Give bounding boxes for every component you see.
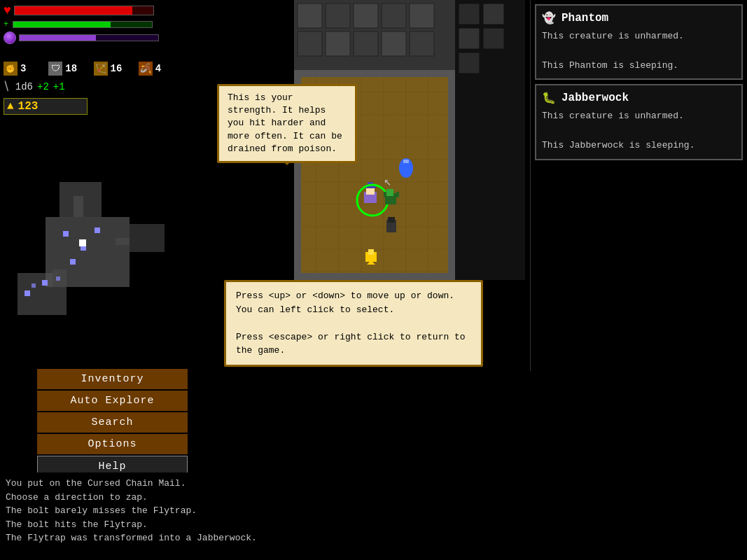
svg-rect-52 bbox=[294, 273, 455, 280]
svg-rect-23 bbox=[410, 4, 434, 28]
heart-icon: ♥ bbox=[4, 4, 11, 18]
svg-rect-10 bbox=[95, 227, 100, 233]
log-area: You put on the Cursed Chain Mail. Choose… bbox=[0, 472, 532, 550]
gold-icon: ▲ bbox=[7, 100, 14, 113]
weapon-damage: 1d6 bbox=[15, 81, 33, 92]
hp-bar bbox=[14, 6, 154, 15]
strength-icon: ✊ bbox=[4, 62, 18, 76]
phantom-icon: 👻 bbox=[542, 11, 556, 25]
armor-icon: 🛡 bbox=[48, 62, 62, 76]
armor-value: 18 bbox=[65, 63, 77, 74]
jabberwock-icon: 🐛 bbox=[542, 91, 556, 105]
gold-row: ▲ 123 bbox=[4, 98, 88, 115]
svg-rect-26 bbox=[354, 31, 378, 56]
orb-bar bbox=[19, 34, 159, 41]
minimap bbox=[4, 161, 179, 343]
svg-rect-15 bbox=[56, 276, 60, 281]
svg-rect-22 bbox=[382, 4, 406, 28]
weapon-bonus1: +2 bbox=[37, 81, 49, 92]
mp-icon: + bbox=[4, 20, 8, 29]
mp-bar-fill bbox=[13, 22, 111, 27]
svg-rect-4 bbox=[130, 224, 165, 252]
jabberwock-card: 🐛 Jabberwock This creature is unharmed. … bbox=[535, 84, 743, 160]
svg-rect-67 bbox=[388, 217, 395, 223]
weapon-row: / 1d6 +2 +1 bbox=[4, 80, 182, 94]
info-panel: 👻 Phantom This creature is unharmed. Thi… bbox=[530, 0, 747, 371]
armor-stat: 🛡 18 bbox=[48, 62, 92, 76]
svg-rect-69 bbox=[368, 249, 374, 255]
svg-rect-32 bbox=[459, 28, 480, 49]
svg-rect-6 bbox=[116, 238, 130, 245]
gold-value: 123 bbox=[18, 100, 39, 113]
log-line-1: You put on the Cursed Chain Mail. bbox=[6, 477, 526, 491]
options-button[interactable]: Options bbox=[37, 434, 188, 454]
svg-rect-51 bbox=[294, 70, 455, 77]
mp-bar bbox=[13, 21, 153, 28]
svg-rect-13 bbox=[25, 290, 30, 296]
svg-rect-24 bbox=[298, 31, 322, 56]
svg-rect-25 bbox=[326, 31, 350, 56]
hud-panel: ♥ + bbox=[4, 4, 182, 46]
svg-rect-20 bbox=[326, 4, 350, 28]
svg-rect-5 bbox=[74, 196, 83, 217]
ranged-icon: 🏹 bbox=[94, 62, 108, 76]
log-line-4: The bolt hits the Flytrap. bbox=[6, 518, 526, 532]
phantom-title: 👻 Phantom bbox=[542, 11, 736, 25]
svg-rect-56 bbox=[403, 160, 409, 163]
str-stat: ✊ 3 bbox=[4, 62, 47, 76]
svg-rect-12 bbox=[42, 280, 48, 286]
svg-rect-33 bbox=[483, 28, 504, 49]
svg-rect-54 bbox=[448, 70, 455, 280]
inventory-button[interactable]: Inventory bbox=[37, 369, 188, 389]
svg-rect-27 bbox=[382, 31, 406, 56]
instruction-line1: Press <up> or <down> to move up or down.… bbox=[236, 289, 471, 316]
svg-rect-8 bbox=[63, 231, 69, 237]
quiver-icon: 🪃 bbox=[139, 62, 153, 76]
menu-panel: Inventory Auto Explore Search Options He… bbox=[37, 369, 188, 477]
stats-panel: ✊ 3 🛡 18 🏹 16 🪃 4 / 1d6 +2 +1 ▲ 123 bbox=[4, 62, 182, 115]
svg-rect-64 bbox=[384, 192, 386, 197]
quiver-value: 4 bbox=[155, 63, 161, 74]
svg-rect-19 bbox=[298, 4, 322, 28]
svg-rect-63 bbox=[386, 189, 393, 196]
quiver-stat: 🪃 4 bbox=[139, 62, 182, 76]
jabberwock-title: 🐛 Jabberwock bbox=[542, 91, 736, 105]
ranged-value: 16 bbox=[111, 63, 123, 74]
log-line-5: The Flytrap was transformed into a Jabbe… bbox=[6, 531, 526, 545]
svg-rect-28 bbox=[410, 31, 434, 56]
log-line-3: The bolt barely misses the Flytrap. bbox=[6, 504, 526, 518]
search-button[interactable]: Search bbox=[37, 412, 188, 433]
svg-rect-34 bbox=[459, 52, 480, 74]
svg-rect-30 bbox=[459, 4, 480, 24]
svg-rect-31 bbox=[483, 4, 504, 24]
log-line-2: Choose a direction to zap. bbox=[6, 491, 526, 505]
phantom-desc: This creature is unharmed. This Phantom … bbox=[542, 29, 736, 73]
svg-rect-11 bbox=[70, 259, 76, 265]
strength-tooltip: This is your strength. It helps you hit … bbox=[217, 84, 357, 163]
ranged-stat: 🏹 16 bbox=[94, 62, 137, 76]
sword-icon: / bbox=[0, 79, 15, 94]
svg-rect-16 bbox=[32, 284, 36, 288]
svg-rect-14 bbox=[79, 239, 86, 246]
svg-rect-21 bbox=[354, 4, 378, 28]
instruction-line2: Press <escape> or right click to return … bbox=[236, 330, 471, 358]
svg-rect-65 bbox=[396, 192, 399, 197]
auto-explore-button[interactable]: Auto Explore bbox=[37, 391, 188, 411]
orb-icon bbox=[4, 31, 16, 44]
instruction-bubble: Press <up> or <down> to move up or down.… bbox=[224, 280, 483, 367]
tooltip-text: This is your strength. It helps you hit … bbox=[228, 92, 342, 154]
orb-bar-fill bbox=[20, 35, 96, 41]
svg-text:↖: ↖ bbox=[384, 175, 391, 189]
phantom-card: 👻 Phantom This creature is unharmed. Thi… bbox=[535, 4, 743, 80]
weapon-bonus2: +1 bbox=[53, 81, 65, 92]
jabberwock-desc: This creature is unharmed. This Jabberwo… bbox=[542, 109, 736, 153]
str-value: 3 bbox=[20, 63, 26, 74]
hp-bar-fill bbox=[15, 6, 132, 15]
